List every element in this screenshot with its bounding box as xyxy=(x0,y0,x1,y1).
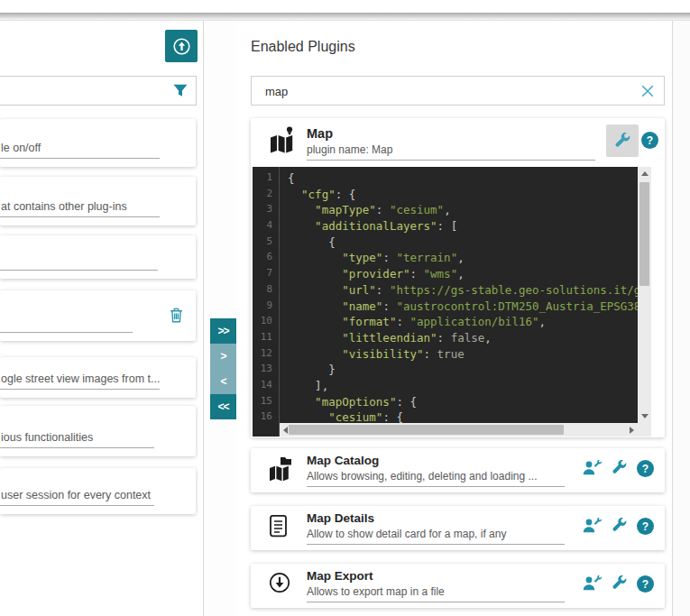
line-number: 12 xyxy=(253,347,279,363)
available-plugin-card[interactable]: le on/off xyxy=(0,119,196,167)
line-number: 3 xyxy=(253,203,279,219)
available-plugin-card[interactable]: ious functionalities xyxy=(0,406,196,456)
search-input[interactable] xyxy=(263,81,628,102)
page-scroll-gutter[interactable] xyxy=(673,21,690,616)
horizontal-scroll-thumb[interactable] xyxy=(289,425,564,435)
svg-text:?: ? xyxy=(642,520,649,533)
plugin-card-map-catalog: Map CatalogAllows browsing, editing, del… xyxy=(251,448,665,492)
line-number: 13 xyxy=(253,363,279,379)
funnel-icon[interactable] xyxy=(173,84,188,97)
editor-code[interactable]: { "cfg": { "mapType": "cesium", "additio… xyxy=(281,167,645,437)
code-line: "type": "terrain", xyxy=(288,251,645,267)
line-number: 2 xyxy=(253,188,279,204)
filter-input[interactable] xyxy=(5,80,162,102)
move-all-left-button[interactable]: << xyxy=(210,394,236,419)
plugin-description: at contains other plug-ins xyxy=(0,200,160,217)
question-icon[interactable]: ? xyxy=(637,575,654,593)
plugin-title: Map Details xyxy=(307,511,374,525)
code-line: "url": "https://gs-stable.geo-solutions.… xyxy=(288,283,645,299)
question-icon[interactable]: ? xyxy=(637,460,654,477)
move-left-button[interactable]: < xyxy=(210,369,236,394)
configure-plugin-button[interactable] xyxy=(606,124,639,157)
document-icon xyxy=(269,514,289,538)
plugin-subtitle: plugin name: Map xyxy=(307,143,595,161)
line-number: 11 xyxy=(253,331,279,347)
line-number: 9 xyxy=(253,299,279,316)
available-plugin-card[interactable] xyxy=(0,290,196,341)
available-plugins-panel: le on/offat contains other plug-insogle … xyxy=(0,21,204,616)
user-wrench-icon[interactable] xyxy=(583,460,603,475)
scroll-left-arrow[interactable] xyxy=(283,427,288,434)
plugin-title: Map xyxy=(307,126,333,141)
plugin-description: ious functionalities xyxy=(0,431,154,448)
plugin-card-map-details: Map DetailsAllow to show detail card for… xyxy=(251,506,665,550)
available-plugin-card[interactable]: at contains other plug-ins xyxy=(0,177,196,225)
close-x-icon[interactable] xyxy=(640,84,655,98)
line-number: 10 xyxy=(253,315,279,331)
line-number: 4 xyxy=(253,219,279,235)
plugin-config-editor[interactable]: 12345678910111213141516 { "cfg": { "mapT… xyxy=(253,167,651,437)
code-line: "mapOptions": { xyxy=(288,395,645,411)
page-title: Enabled Plugins xyxy=(251,39,355,55)
plugin-description: Allow to show detail card for a map, if … xyxy=(307,528,565,545)
upload-plugin-button[interactable] xyxy=(165,30,198,62)
line-number: 15 xyxy=(253,395,279,411)
editor-gutter: 12345678910111213141516 xyxy=(253,167,280,437)
code-line: } xyxy=(288,363,645,379)
available-plugin-card[interactable]: user session for every context xyxy=(0,468,196,514)
code-line: "visibility": true xyxy=(288,347,645,363)
code-line: "littleendian": false, xyxy=(288,331,645,347)
plugin-title: Map Export xyxy=(307,569,373,583)
editor-vertical-scrollbar[interactable] xyxy=(638,167,651,423)
scroll-right-arrow[interactable] xyxy=(630,427,634,434)
code-line: "provider": "wms", xyxy=(288,267,645,283)
scroll-down-arrow[interactable] xyxy=(641,414,649,418)
line-number: 16 xyxy=(253,410,279,427)
user-wrench-icon[interactable] xyxy=(583,518,603,533)
trash-icon[interactable] xyxy=(170,308,183,323)
move-all-right-button[interactable]: >> xyxy=(210,318,236,344)
question-icon[interactable]: ? xyxy=(637,518,654,535)
plugin-description: le on/off xyxy=(0,142,160,159)
plugin-description xyxy=(0,266,158,271)
line-number: 7 xyxy=(253,267,279,283)
plugin-title: Map Catalog xyxy=(307,454,379,467)
user-wrench-icon[interactable] xyxy=(583,575,603,591)
scrollbar-corner xyxy=(638,423,651,437)
plugin-description: ogle street view images from t... xyxy=(0,372,160,390)
circle-arrow-up-icon xyxy=(172,37,191,56)
line-number: 6 xyxy=(253,251,279,267)
code-line: "mapType": "cesium", xyxy=(288,203,645,219)
scroll-up-arrow[interactable] xyxy=(641,171,649,176)
plugin-description xyxy=(0,328,133,333)
move-right-button[interactable]: > xyxy=(210,344,236,369)
line-number: 8 xyxy=(253,283,279,299)
plugin-description: user session for every context xyxy=(0,489,154,506)
map-icon xyxy=(269,126,296,157)
available-plugin-card[interactable]: ogle street view images from t... xyxy=(0,357,196,398)
plugin-filter-box xyxy=(0,76,197,106)
svg-text:?: ? xyxy=(647,134,653,147)
editor-horizontal-scrollbar[interactable] xyxy=(280,423,638,437)
question-icon[interactable]: ? xyxy=(641,132,658,149)
code-line: "cfg": { xyxy=(288,188,645,204)
wrench-icon[interactable] xyxy=(612,460,627,475)
wrench-icon xyxy=(614,133,630,149)
line-number: 5 xyxy=(253,235,279,252)
svg-text:?: ? xyxy=(642,578,649,591)
code-line: "name": "austrocontrol:DTM250_Austria_EP… xyxy=(288,299,645,316)
line-number: 1 xyxy=(253,171,279,188)
map-catalog-icon xyxy=(269,456,292,483)
code-line: "additionalLayers": [ xyxy=(288,219,645,235)
vertical-scroll-thumb[interactable] xyxy=(639,182,649,286)
wrench-icon[interactable] xyxy=(612,575,627,591)
code-line: "format": "application/bil16", xyxy=(288,315,645,331)
header-shadow xyxy=(0,13,690,21)
code-line: { xyxy=(288,235,645,252)
plugin-description: Allows to export map in a file xyxy=(307,585,565,602)
wrench-icon[interactable] xyxy=(612,518,627,533)
download-circle-icon xyxy=(269,572,290,593)
page-header-strip xyxy=(0,0,690,13)
available-plugin-card[interactable] xyxy=(0,235,196,279)
code-line: ], xyxy=(288,379,645,395)
